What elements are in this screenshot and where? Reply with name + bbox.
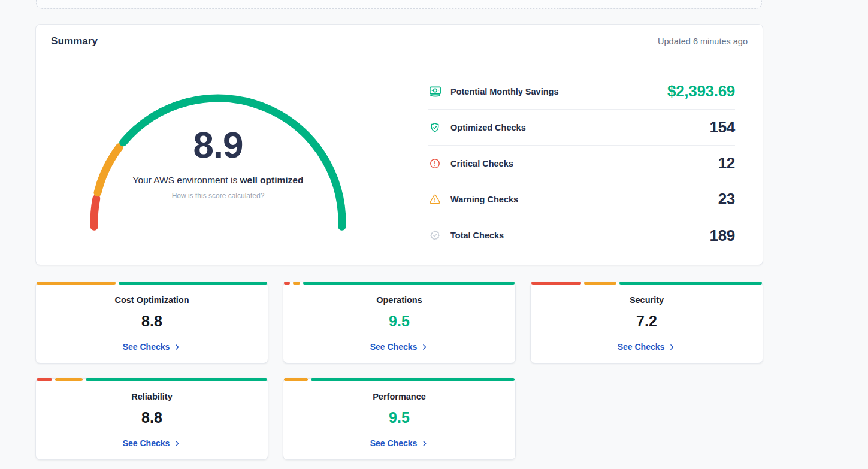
status-bar-segment	[303, 282, 515, 285]
category-score: 8.8	[36, 409, 268, 426]
metric-row: Warning Checks 23	[428, 181, 735, 217]
chevron-right-icon	[173, 343, 181, 351]
see-checks-label: See Checks	[370, 438, 418, 448]
status-bar-segment	[531, 282, 581, 285]
chevron-right-icon	[173, 440, 181, 447]
see-checks-link[interactable]: See Checks	[370, 438, 429, 448]
category-score: 9.5	[283, 312, 515, 330]
top-dashed-panel	[36, 0, 762, 9]
metric-label: Critical Checks	[450, 159, 513, 168]
metric-label: Total Checks	[450, 231, 504, 240]
metric-label: Optimized Checks	[450, 123, 526, 132]
category-card: Operations 9.5 See Checks	[283, 282, 516, 364]
category-score: 7.2	[531, 312, 763, 330]
status-bar-segment	[86, 378, 267, 381]
metric-row: Optimized Checks 154	[428, 110, 735, 146]
score-info-link[interactable]: How is this score calculated?	[172, 192, 265, 200]
metric-value: 23	[718, 190, 735, 208]
category-title: Performance	[283, 392, 515, 401]
category-cards: Cost Optimization 8.8 See Checks Operati…	[35, 282, 763, 460]
category-card: Cost Optimization 8.8 See Checks	[35, 282, 268, 364]
see-checks-label: See Checks	[370, 342, 418, 352]
metric-row: Potential Monthly Savings $2,393.69	[428, 74, 735, 110]
summary-metrics: Potential Monthly Savings $2,393.69 Opti…	[428, 74, 735, 253]
category-status-bar	[37, 378, 267, 381]
alert-circle-icon	[428, 156, 442, 171]
metric-row: Critical Checks 12	[428, 146, 735, 181]
category-title: Reliability	[36, 392, 268, 401]
see-checks-link[interactable]: See Checks	[123, 342, 182, 352]
see-checks-link[interactable]: See Checks	[370, 342, 429, 352]
see-checks-label: See Checks	[123, 342, 170, 352]
see-checks-link[interactable]: See Checks	[123, 438, 182, 448]
category-card: Security 7.2 See Checks	[530, 282, 763, 364]
category-status-bar	[531, 282, 762, 285]
status-bar-segment	[55, 378, 83, 381]
shield-check-icon	[428, 120, 442, 135]
see-checks-label: See Checks	[618, 342, 665, 352]
updated-timestamp: Updated 6 minutes ago	[658, 37, 748, 46]
category-card: Reliability 8.8 See Checks	[35, 378, 268, 460]
summary-title: Summary	[51, 35, 98, 47]
status-bar-segment	[37, 378, 52, 381]
metric-value: $2,393.69	[667, 82, 735, 101]
badge-check-icon	[428, 228, 442, 243]
category-title: Operations	[283, 295, 515, 305]
cash-icon	[428, 84, 442, 99]
metric-value: 12	[718, 154, 735, 173]
alert-triangle-icon	[428, 192, 442, 207]
status-bar-segment	[293, 282, 300, 285]
score-gauge: 8.9 Your AWS environment is well optimiz…	[80, 90, 356, 238]
summary-header: Summary Updated 6 minutes ago	[36, 25, 763, 58]
score-caption-prefix: Your AWS environment is	[133, 175, 238, 185]
status-bar-segment	[284, 378, 308, 381]
gauge-segment-red	[94, 198, 96, 226]
category-score: 8.8	[36, 312, 268, 330]
summary-card: Summary Updated 6 minutes ago 8.9 Your A…	[35, 24, 763, 265]
category-status-bar	[284, 282, 515, 285]
status-bar-segment	[584, 282, 617, 285]
chevron-right-icon	[421, 343, 428, 351]
category-title: Security	[531, 295, 763, 305]
status-bar-segment	[284, 282, 290, 285]
category-status-bar	[284, 378, 515, 381]
metric-value: 154	[710, 118, 735, 137]
metric-label: Warning Checks	[450, 195, 518, 204]
category-status-bar	[37, 282, 267, 285]
category-title: Cost Optimization	[36, 295, 268, 305]
status-bar-segment	[119, 282, 267, 285]
score-caption: Your AWS environment is well optimized	[80, 175, 356, 186]
score-caption-bold: well optimized	[240, 175, 303, 185]
score-info: How is this score calculated?	[80, 192, 356, 200]
status-bar-segment	[619, 282, 762, 285]
see-checks-link[interactable]: See Checks	[618, 342, 676, 352]
metric-row: Total Checks 189	[428, 217, 735, 253]
chevron-right-icon	[668, 343, 676, 351]
see-checks-label: See Checks	[123, 438, 170, 448]
status-bar-segment	[37, 282, 116, 285]
overall-score: 8.9	[80, 126, 356, 164]
category-score: 9.5	[283, 409, 515, 426]
category-card: Performance 9.5 See Checks	[283, 378, 516, 460]
summary-body: 8.9 Your AWS environment is well optimiz…	[36, 58, 763, 265]
metric-label: Potential Monthly Savings	[450, 87, 558, 96]
status-bar-segment	[311, 378, 515, 381]
dashboard-page: Summary Updated 6 minutes ago 8.9 Your A…	[0, 0, 868, 469]
metric-value: 189	[710, 226, 735, 245]
chevron-right-icon	[421, 440, 428, 447]
